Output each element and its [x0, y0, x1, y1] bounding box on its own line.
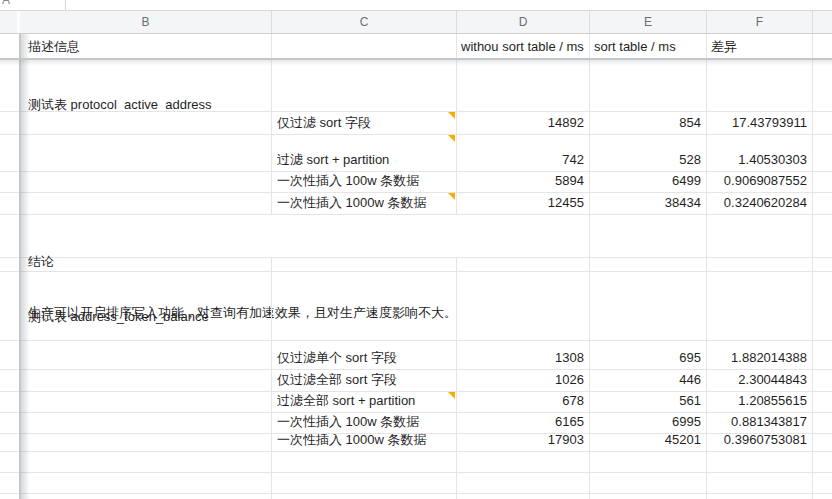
cell-empty[interactable] — [707, 215, 813, 257]
cell-without-sort-value[interactable]: 17903 — [457, 434, 590, 451]
cell-without-sort-value[interactable]: 742 — [457, 135, 590, 171]
column-header-e[interactable]: E — [590, 11, 707, 33]
cell-empty[interactable] — [21, 392, 272, 412]
cell-sort-value[interactable]: 45201 — [590, 434, 707, 451]
cell-empty[interactable] — [457, 272, 590, 340]
cell-create-table-sql[interactable]: CREATE TABLE iceberg.beta_gold.addre cha… — [21, 341, 272, 369]
cell-empty[interactable] — [707, 452, 813, 472]
cell-diff-value[interactable]: 17.43793911 — [707, 112, 813, 134]
cell-empty[interactable] — [21, 258, 272, 271]
column-header-g[interactable] — [813, 11, 832, 33]
cell-empty[interactable] — [272, 494, 457, 499]
cell-empty[interactable] — [272, 473, 457, 493]
cell-conclusion[interactable]: 结论 生产可以开启排序写入功能，对查询有加速效果，且对生产速度影响不大。 — [21, 215, 457, 257]
benchmark-label: 一次性插入 100w 条数据 — [277, 414, 419, 430]
cell-empty[interactable] — [590, 452, 707, 472]
cell-empty[interactable] — [457, 60, 590, 111]
cell-diff-value[interactable]: 0.3960753081 — [707, 434, 813, 451]
cell-benchmark-label[interactable]: 一次性插入 100w 条数据 — [272, 413, 457, 433]
cell-empty[interactable] — [272, 60, 457, 111]
cell-empty[interactable] — [590, 60, 707, 111]
cell-description-header[interactable]: 描述信息 — [21, 34, 272, 58]
column-header-c[interactable]: C — [272, 11, 457, 33]
cell-empty[interactable] — [272, 452, 457, 472]
cell-without-sort-header[interactable]: withou sort table / ms — [457, 34, 590, 58]
cell-empty[interactable] — [707, 494, 813, 499]
column-header-a[interactable] — [0, 11, 17, 33]
cell-empty[interactable] — [21, 434, 272, 451]
cell-benchmark-label[interactable]: 一次性插入 1000w 条数据 — [272, 434, 457, 451]
cell-empty[interactable] — [21, 370, 272, 391]
cell-empty[interactable] — [707, 272, 813, 340]
cell-without-sort-value[interactable]: 678 — [457, 392, 590, 412]
cell-test2-info[interactable]: 测试表 address_token_balance 数据量 2.11GB 数据条… — [21, 272, 272, 340]
cell-benchmark-label[interactable]: 一次性插入 1000w 条数据 — [272, 193, 457, 214]
cell-without-sort-value[interactable]: 14892 — [457, 112, 590, 134]
cell-empty[interactable] — [590, 272, 707, 340]
cell-empty[interactable] — [590, 215, 707, 257]
frozen-row-divider[interactable] — [0, 58, 832, 60]
cell-empty[interactable] — [21, 494, 272, 499]
comment-indicator-icon[interactable] — [448, 193, 455, 200]
cell-benchmark-label[interactable]: 仅过滤全部 sort 字段 — [272, 370, 457, 391]
cell-empty[interactable] — [457, 258, 590, 271]
cell-diff-header[interactable]: 差异 — [707, 34, 813, 58]
cell-empty[interactable] — [21, 172, 272, 192]
cell-without-sort-value[interactable]: 6165 — [457, 413, 590, 433]
cell-empty[interactable] — [21, 413, 272, 433]
column-header-b[interactable]: B — [20, 11, 272, 33]
comment-indicator-icon[interactable] — [448, 112, 455, 119]
cell-sort-value[interactable]: 528 — [590, 135, 707, 171]
cell-empty[interactable] — [707, 473, 813, 493]
cell-without-sort-value[interactable]: 1308 — [457, 341, 590, 369]
cell-empty[interactable] — [457, 473, 590, 493]
cell-sort-value[interactable]: 6499 — [590, 172, 707, 192]
cell-benchmark-label[interactable]: 仅过滤 sort 字段 — [272, 112, 457, 134]
cell-sort-value[interactable]: 446 — [590, 370, 707, 391]
cell-diff-value[interactable]: 1.882014388 — [707, 341, 813, 369]
cell-benchmark-label[interactable]: 过滤 sort + partition — [272, 135, 457, 171]
cell-diff-value[interactable]: 0.881343817 — [707, 413, 813, 433]
cell-sort-value[interactable]: 6995 — [590, 413, 707, 433]
cell-empty[interactable] — [272, 258, 457, 271]
comment-indicator-icon[interactable] — [448, 392, 455, 399]
cell-empty[interactable] — [457, 452, 590, 472]
cell-diff-value[interactable]: 2.30044843 — [707, 370, 813, 391]
cell-benchmark-label[interactable]: 仅过滤单个 sort 字段 — [272, 341, 457, 369]
cell-empty[interactable] — [590, 473, 707, 493]
cell-without-sort-value[interactable]: 1026 — [457, 370, 590, 391]
cell-empty[interactable] — [457, 494, 590, 499]
cell-diff-value[interactable]: 1.40530303 — [707, 135, 813, 171]
cell-empty[interactable] — [272, 34, 457, 58]
frozen-column-divider[interactable] — [19, 34, 21, 499]
cell-benchmark-label[interactable]: 一次性插入 100w 条数据 — [272, 172, 457, 192]
cell-empty[interactable] — [21, 473, 272, 493]
cell-without-sort-value[interactable]: 5894 — [457, 172, 590, 192]
cell-empty[interactable] — [707, 258, 813, 271]
column-header-d[interactable]: D — [457, 11, 590, 33]
column-header-row: B C D E F — [0, 10, 832, 34]
cell-empty[interactable] — [21, 452, 272, 472]
cell-diff-value[interactable]: 1.20855615 — [707, 392, 813, 412]
column-header-f[interactable]: F — [707, 11, 813, 33]
cell-empty[interactable] — [590, 494, 707, 499]
cell-empty[interactable] — [457, 215, 590, 257]
cell-empty[interactable] — [272, 272, 457, 340]
cell-sort-value[interactable]: 854 — [590, 112, 707, 134]
cell-sort-value[interactable]: 561 — [590, 392, 707, 412]
cell-test1-info[interactable]: 测试表 protocol_active_address 测试表大小 19.31 … — [21, 60, 272, 111]
cell-sort-value[interactable]: 38434 — [590, 193, 707, 214]
cell-sort-value[interactable]: 695 — [590, 341, 707, 369]
cell-empty[interactable] — [21, 193, 272, 214]
cell-empty[interactable] — [590, 258, 707, 271]
cell-without-sort-value[interactable]: 12455 — [457, 193, 590, 214]
cell-sort-header[interactable]: sort table / ms — [590, 34, 707, 58]
comment-indicator-icon[interactable] — [448, 135, 455, 142]
cell-create-table-sql[interactable]: CREATE TABLE iceberg.beta_gold.protoco o… — [21, 135, 272, 171]
cell-diff-value[interactable]: 0.3240620284 — [707, 193, 813, 214]
cell-benchmark-label[interactable]: 过滤全部 sort + partition — [272, 392, 457, 412]
cell-empty[interactable] — [21, 112, 272, 134]
cell-diff-value[interactable]: 0.9069087552 — [707, 172, 813, 192]
sheet-row-benchmark: 过滤全部 sort + partition 678 561 1.20855615 — [0, 392, 832, 413]
cell-empty[interactable] — [707, 60, 813, 111]
